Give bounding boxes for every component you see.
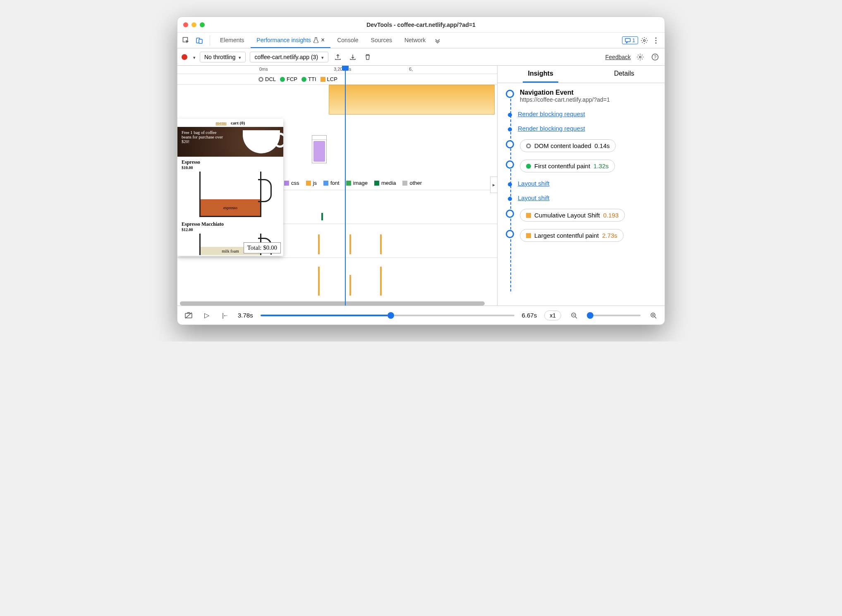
export-icon[interactable] — [332, 52, 343, 62]
ruler-tick: 6, — [409, 67, 413, 72]
coffee-cup-graphic — [243, 130, 280, 153]
play-button[interactable] — [201, 310, 212, 321]
flask-icon — [313, 37, 318, 43]
close-tab-icon[interactable]: × — [321, 36, 325, 44]
rewind-button[interactable] — [220, 310, 230, 321]
record-icon — [182, 54, 187, 60]
svg-point-4 — [643, 39, 645, 41]
tab-insights[interactable]: Insights — [523, 66, 558, 83]
delete-icon[interactable] — [362, 52, 373, 62]
close-window-button[interactable] — [183, 22, 188, 27]
horizontal-scrollbar[interactable] — [180, 301, 485, 306]
legend-css: css — [284, 180, 299, 186]
track-row — [177, 258, 497, 299]
svg-rect-2 — [199, 39, 202, 43]
throttling-select[interactable]: No throttling — [200, 52, 246, 62]
panel-settings-icon[interactable] — [635, 52, 646, 62]
marker-fcp[interactable]: FCP — [280, 76, 297, 82]
timeline-node-icon — [508, 182, 512, 186]
insight-navigation-event[interactable]: Navigation Event https://coffee-cart.net… — [506, 89, 659, 103]
issues-badge[interactable]: 1 — [622, 36, 638, 44]
inspect-element-icon[interactable] — [181, 35, 191, 46]
square-icon — [526, 233, 531, 238]
marker-tti[interactable]: TTI — [301, 76, 316, 82]
timeline-highlight-region — [329, 85, 495, 115]
tab-console[interactable]: Console — [331, 33, 364, 48]
insight-layout-shift[interactable]: Layout shift — [506, 180, 659, 187]
svg-point-5 — [655, 37, 656, 38]
zoom-slider[interactable] — [587, 315, 641, 316]
insight-lcp[interactable]: Largest contentful paint 2.73s — [506, 229, 659, 242]
preview-cart-link: cart (0) — [231, 120, 245, 125]
preview-menu-link: menu — [216, 120, 227, 125]
more-tabs-icon[interactable] — [432, 35, 443, 46]
import-icon[interactable] — [347, 52, 358, 62]
preview-nav: menu cart (0) — [177, 119, 283, 127]
time-ruler[interactable]: 0ms 3,200ms 6, — [177, 66, 497, 74]
legend-media: media — [374, 180, 396, 186]
svg-rect-3 — [625, 38, 630, 42]
timeline-node-icon — [508, 127, 512, 131]
insight-dcl[interactable]: DOM content loaded 0.14s — [506, 139, 659, 152]
profile-select[interactable]: coffee-cart.netlify.app (3) — [250, 52, 328, 62]
preview-total: Total: $0.00 — [244, 242, 281, 253]
timeline-thumbnail[interactable] — [312, 135, 327, 163]
insight-fcp[interactable]: First contentful paint 1.32s — [506, 160, 659, 172]
settings-icon[interactable] — [639, 35, 650, 46]
titlebar: DevTools - coffee-cart.netlify.app/?ad=1 — [177, 17, 665, 33]
window-title: DevTools - coffee-cart.netlify.app/?ad=1 — [177, 21, 665, 28]
slider-thumb[interactable] — [388, 312, 394, 319]
insights-list[interactable]: Navigation Event https://coffee-cart.net… — [498, 83, 665, 306]
svg-text:?: ? — [654, 55, 656, 60]
toggle-screenshot-icon[interactable] — [183, 310, 194, 321]
insight-cls[interactable]: Cumulative Layout Shift 0.193 — [506, 209, 659, 222]
zoom-window-button[interactable] — [200, 22, 205, 27]
slider-thumb[interactable] — [587, 312, 593, 319]
feedback-link[interactable]: Feedback — [605, 54, 631, 60]
help-icon[interactable]: ? — [650, 52, 660, 62]
zoom-in-icon[interactable] — [648, 310, 659, 321]
devtools-window: DevTools - coffee-cart.netlify.app/?ad=1… — [177, 17, 665, 325]
panels-tabbar: Elements Performance insights × Console … — [177, 33, 665, 48]
legend-image: image — [346, 180, 368, 186]
svg-line-19 — [655, 317, 656, 318]
resource-legend: css js font image media other — [284, 180, 494, 186]
collapse-sidebar-button[interactable]: ▸ — [490, 177, 498, 193]
legend-js: js — [306, 180, 317, 186]
playback-speed[interactable]: x1 — [544, 310, 561, 320]
tab-performance-insights[interactable]: Performance insights × — [251, 33, 330, 48]
tab-network[interactable]: Network — [399, 33, 431, 48]
record-button[interactable] — [182, 52, 187, 62]
seek-slider[interactable] — [261, 315, 514, 316]
kebab-menu-icon[interactable] — [651, 35, 661, 46]
end-time: 6.67s — [522, 312, 537, 319]
details-tabs: Insights Details — [498, 66, 665, 83]
zoom-out-icon[interactable] — [569, 310, 579, 321]
marker-lcp[interactable]: LCP — [321, 76, 337, 82]
minimize-window-button[interactable] — [191, 22, 196, 27]
device-toolbar-icon[interactable] — [194, 35, 205, 46]
marker-dcl[interactable]: DCL — [258, 76, 276, 82]
tab-elements[interactable]: Elements — [214, 33, 250, 48]
insight-render-blocking[interactable]: Render blocking request — [506, 125, 659, 132]
tab-sources[interactable]: Sources — [365, 33, 398, 48]
dot-icon — [526, 164, 531, 169]
playhead[interactable] — [345, 66, 346, 306]
preview-banner-text: Free 1 bag of coffee beans for purchase … — [182, 130, 227, 144]
svg-point-7 — [655, 42, 656, 43]
traffic-lights — [183, 22, 205, 27]
insight-layout-shift[interactable]: Layout shift — [506, 194, 659, 201]
timeline-node-icon — [508, 197, 512, 201]
square-icon — [526, 213, 531, 218]
tab-details[interactable]: Details — [609, 66, 639, 83]
legend-font: font — [323, 180, 340, 186]
svg-point-6 — [655, 40, 656, 41]
timeline-pane[interactable]: 0ms 3,200ms 6, DCL FCP TTI LCP css js fo… — [177, 66, 498, 306]
playback-bar: 3.78s 6.67s x1 — [177, 306, 665, 325]
timeline-node-icon — [506, 210, 514, 218]
timeline-node-icon — [506, 140, 514, 148]
screenshot-preview: menu cart (0) Free 1 bag of coffee beans… — [177, 119, 283, 256]
main-split: 0ms 3,200ms 6, DCL FCP TTI LCP css js fo… — [177, 66, 665, 306]
insight-render-blocking[interactable]: Render blocking request — [506, 110, 659, 117]
record-menu-caret[interactable] — [191, 53, 196, 61]
